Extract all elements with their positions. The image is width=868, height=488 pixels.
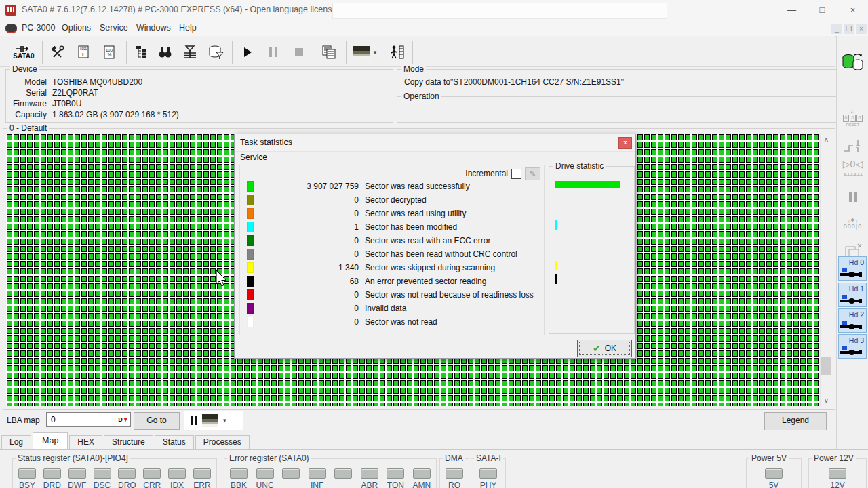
lba-input[interactable] — [50, 414, 117, 425]
drive-tick — [555, 220, 557, 230]
map-scrollbar[interactable]: ∧ ∨ — [820, 134, 832, 406]
stop-task-button[interactable] — [286, 39, 312, 65]
tab-status[interactable]: Status — [155, 435, 194, 449]
scrollbar-thumb[interactable] — [821, 357, 831, 375]
structure-tree-icon — [134, 45, 149, 60]
sata0-port-button[interactable]: SATA0 — [8, 39, 39, 65]
pause-utility-button[interactable] — [839, 192, 867, 205]
hd1-button[interactable]: Hd 1 — [838, 283, 867, 307]
stat-color-swatch — [247, 289, 254, 300]
utility-tools-button[interactable] — [45, 39, 71, 65]
tab-log[interactable]: Log — [1, 435, 31, 449]
mdi-minimize-button[interactable]: _ — [831, 24, 842, 34]
stat-row: 0Sector was read with an ECC error — [240, 234, 544, 247]
filter-button[interactable] — [177, 39, 203, 65]
toolbar-separator — [232, 41, 233, 64]
database-funnel-icon — [208, 45, 225, 60]
dialog-close-button[interactable]: x — [618, 137, 632, 149]
hd2-button[interactable]: Hd 2 — [838, 308, 867, 333]
led-bsy — [18, 468, 36, 479]
stat-color-swatch — [247, 222, 254, 232]
svg-text:i: i — [82, 51, 84, 58]
menu-windows[interactable]: Windows — [136, 23, 171, 33]
scroll-up-arrow[interactable]: ∧ — [821, 134, 832, 145]
dialog-menu-service[interactable]: Service — [240, 152, 267, 162]
search-button[interactable] — [152, 39, 178, 65]
stop-icon — [294, 47, 304, 57]
stat-row: 1Sector has been modified — [240, 220, 544, 234]
hd3-button[interactable]: Hd 3 — [838, 334, 867, 359]
led-err — [193, 468, 211, 479]
led-blank — [334, 468, 352, 479]
stat-count: 1 — [254, 222, 359, 232]
task-windows-button[interactable] — [316, 39, 342, 65]
stat-label: Sector was skipped during scanning — [365, 263, 495, 272]
maximize-button[interactable]: □ — [807, 0, 837, 20]
stat-label: Sector was not read — [365, 317, 437, 327]
stat-label: Sector was read using utility — [365, 209, 466, 218]
start-task-button[interactable] — [235, 39, 260, 65]
ruler-icon — [843, 171, 863, 176]
menu-options[interactable]: Options — [62, 23, 91, 33]
edit-statistics-button[interactable]: ✎ — [525, 167, 540, 180]
operation-panel: Operation — [397, 96, 837, 123]
pause-icon[interactable] — [191, 416, 197, 425]
dropdown-arrow-icon[interactable]: ▾ — [374, 49, 377, 56]
zoom-100-button[interactable]: 100% — [96, 39, 122, 65]
bitmap-preview-icon[interactable] — [202, 414, 218, 427]
toolbar-separator — [412, 41, 413, 64]
stat-count: 0 — [254, 304, 359, 313]
stat-row: 0Sector was not read because of readines… — [240, 288, 544, 302]
map-view-button[interactable]: ▾ — [349, 39, 381, 65]
tab-hex[interactable]: HEX — [69, 435, 102, 449]
power5-group: Power 5V 5V — [746, 458, 802, 488]
menu-bar: PC-3000 Options Service Windows Help _ ❐… — [0, 20, 868, 37]
stat-row: 68An error prevented sector reading — [240, 274, 544, 288]
tab-map[interactable]: Map — [33, 432, 68, 449]
pause-task-button[interactable] — [260, 39, 286, 65]
mdi-restore-button[interactable]: ❐ — [844, 24, 854, 34]
led-phy — [479, 468, 497, 479]
legend-button[interactable]: Legend — [764, 412, 827, 430]
sector-counter-button[interactable]: ┌✱┐ 000|0 — [839, 218, 867, 230]
database-filter-button[interactable] — [203, 39, 229, 65]
reset-button[interactable]: 1↓ 000 RESET — [839, 109, 867, 127]
led-5v — [765, 468, 783, 479]
menu-pc3000[interactable]: PC-3000 — [22, 23, 55, 33]
hd0-button[interactable]: Hd 0 — [838, 256, 867, 281]
device-panel: Device ModelTOSHIBA MQ04UBD200 SerialZ2L… — [5, 69, 393, 123]
dialog-title-bar[interactable]: Task statistics x — [235, 134, 635, 152]
stat-color-swatch — [247, 235, 254, 246]
minimize-button[interactable]: — — [776, 0, 807, 20]
structure-tree-button[interactable] — [129, 39, 155, 65]
led-dsc — [94, 468, 111, 479]
stat-count: 0 — [254, 209, 359, 218]
mdi-close-button[interactable]: × — [856, 24, 867, 34]
task-statistics-dialog: Task statistics x Service Incremental ✎ … — [234, 134, 636, 359]
tab-processes[interactable]: Processes — [195, 435, 250, 449]
close-button[interactable]: × — [837, 0, 868, 20]
led-drd — [43, 468, 61, 479]
dropdown-arrow-icon[interactable]: ▾ — [223, 417, 226, 424]
bitmap-preview-icon — [353, 46, 370, 59]
led-rq — [446, 468, 463, 479]
decimal-dropdown-icon[interactable]: D▼ — [118, 414, 129, 425]
menu-service[interactable]: Service — [100, 23, 128, 33]
menu-help[interactable]: Help — [179, 23, 197, 33]
status-register-group: Status register (SATA0)-[PIO4] BSY DRD D… — [12, 458, 217, 488]
exit-task-button[interactable] — [384, 39, 410, 65]
sata-group: SATA-I PHY — [471, 458, 506, 488]
scroll-down-arrow[interactable]: ∨ — [821, 394, 832, 406]
oscilloscope-button[interactable]: ▷0◁ — [839, 159, 867, 178]
title-bar: SATA0 # 7.6.12(7.6.12.14278) # PC-3000 E… — [0, 0, 868, 21]
incremental-checkbox[interactable] — [511, 169, 521, 179]
tab-structure[interactable]: Structure — [104, 435, 153, 449]
power-control-button[interactable] — [839, 138, 867, 157]
drive-info-button[interactable]: 0101i — [71, 39, 96, 65]
toolbar-separator — [346, 41, 347, 64]
ok-button[interactable]: ✔ OK — [577, 340, 632, 357]
stat-row: 3 907 027 759Sector was read successfull… — [240, 180, 544, 193]
view-tabs: Log Map HEX Structure Status Processes — [1, 432, 251, 449]
copy-database-button[interactable] — [839, 53, 867, 75]
goto-button[interactable]: Go to — [134, 412, 180, 430]
